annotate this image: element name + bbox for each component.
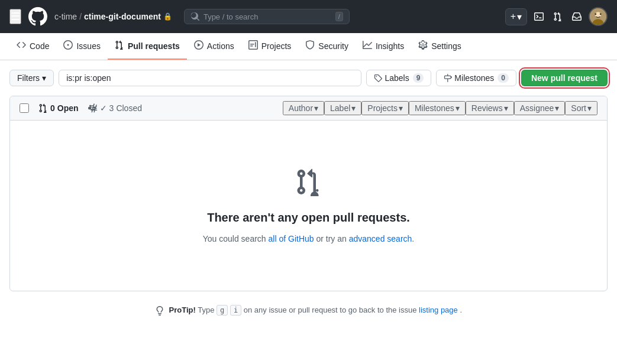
svg-point-4: [600, 13, 602, 15]
filters-button[interactable]: Filters ▾: [9, 70, 54, 86]
bulb-icon: [155, 306, 164, 316]
author-filter[interactable]: Author▾: [283, 101, 324, 115]
open-prs-tab[interactable]: 0 Open: [38, 103, 79, 113]
label-icon: [374, 74, 382, 82]
nav-pull-requests[interactable]: Pull requests: [108, 33, 187, 60]
search-icon: [190, 12, 200, 21]
code-icon: [17, 40, 26, 51]
github-logo: [28, 7, 47, 26]
nav-issues[interactable]: Issues: [56, 33, 107, 60]
advanced-search-link[interactable]: advanced search: [349, 234, 412, 243]
nav-code-label: Code: [30, 41, 49, 51]
empty-state: There aren't any open pull requests. You…: [10, 121, 607, 291]
labels-button[interactable]: Labels 9: [366, 70, 431, 86]
avatar[interactable]: [589, 7, 608, 26]
lock-icon: 🔒: [163, 12, 172, 21]
header-actions: + ▾: [505, 7, 608, 26]
select-all-checkbox[interactable]: [20, 103, 29, 113]
pr-list-header: 0 Open ✓ 3 Closed Author▾ Label▾: [10, 96, 607, 121]
sort-filter[interactable]: Sort▾: [565, 101, 597, 115]
nav-settings[interactable]: Settings: [411, 33, 469, 60]
empty-title: There aren't any open pull requests.: [207, 211, 410, 225]
nav-actions-label: Actions: [207, 41, 234, 51]
open-label: Open: [57, 103, 79, 113]
header: ☰ c-time / ctime-git-document 🔒 / + ▾: [0, 0, 617, 33]
open-count: 0: [50, 103, 55, 113]
pr-filters: Author▾ Label▾ Projects▾ Milestones▾ Rev…: [283, 101, 597, 115]
issues-icon: [63, 40, 73, 51]
footer-tip-desc: Type: [198, 306, 217, 314]
closed-label: Closed: [116, 103, 142, 113]
nav-insights-label: Insights: [376, 41, 404, 51]
projects-icon: [248, 40, 258, 51]
key-g: g: [217, 305, 228, 316]
pull-request-icon: [115, 40, 124, 51]
nav-security[interactable]: Security: [298, 33, 356, 60]
create-button[interactable]: + ▾: [505, 8, 527, 25]
search-all-github-link[interactable]: all of GitHub: [269, 234, 314, 243]
footer-tip: ProTip! Type g i on any issue or pull re…: [9, 291, 608, 330]
milestones-button[interactable]: Milestones 0: [436, 70, 516, 86]
terminal-button[interactable]: [532, 9, 546, 24]
labels-count-badge: 9: [413, 73, 424, 83]
reviews-filter[interactable]: Reviews▾: [466, 101, 514, 115]
milestone-icon: [444, 74, 452, 82]
owner-link[interactable]: c-time: [54, 12, 77, 21]
empty-description: You could search all of GitHub or try an…: [203, 234, 415, 243]
pull-requests-icon-button[interactable]: [551, 9, 565, 24]
closed-pr-icon: [88, 103, 98, 113]
closed-prs-tab[interactable]: ✓ 3 Closed: [88, 103, 142, 113]
nav-issues-label: Issues: [76, 41, 100, 51]
assignee-filter[interactable]: Assignee▾: [514, 101, 566, 115]
actions-icon: [194, 40, 203, 51]
svg-point-3: [595, 13, 596, 15]
search-input[interactable]: [203, 12, 332, 21]
pr-status-tabs: 0 Open ✓ 3 Closed: [38, 103, 273, 113]
nav-code[interactable]: Code: [9, 33, 56, 60]
repo-nav: Code Issues Pull requests Actions: [0, 33, 617, 60]
filter-search-input[interactable]: [59, 70, 361, 86]
slash-badge: /: [335, 12, 343, 21]
milestones-text: Milestones: [454, 73, 494, 83]
footer-tip-desc2: on any issue or pull request to go back …: [244, 306, 419, 314]
listing-page-link[interactable]: listing page: [419, 306, 458, 314]
empty-pr-icon: [295, 168, 323, 202]
global-search[interactable]: /: [184, 9, 350, 24]
milestones-count-badge: 0: [498, 73, 509, 83]
inbox-button[interactable]: [570, 9, 584, 24]
nav-projects[interactable]: Projects: [241, 33, 299, 60]
projects-filter[interactable]: Projects▾: [361, 101, 409, 115]
security-icon: [305, 40, 315, 51]
hamburger-menu[interactable]: ☰: [9, 9, 21, 24]
milestones-filter[interactable]: Milestones▾: [409, 101, 466, 115]
breadcrumb: c-time / ctime-git-document 🔒: [54, 12, 172, 21]
insights-icon: [363, 40, 372, 51]
filters-label: Filters: [17, 73, 40, 83]
nav-security-label: Security: [318, 41, 348, 51]
labels-text: Labels: [385, 73, 409, 83]
nav-projects-label: Projects: [261, 41, 292, 51]
closed-count: 3: [109, 103, 114, 113]
filters-chevron-icon: ▾: [42, 73, 46, 83]
key-i: i: [230, 305, 241, 316]
repo-name: ctime-git-document: [84, 12, 161, 21]
nav-actions[interactable]: Actions: [187, 33, 241, 60]
main-content: Filters ▾ Labels 9 Milestones 0 New pull…: [0, 60, 617, 339]
new-pull-request-button[interactable]: New pull request: [521, 70, 608, 86]
nav-insights[interactable]: Insights: [356, 33, 411, 60]
breadcrumb-separator: /: [79, 12, 82, 21]
protip-label: ProTip!: [169, 306, 196, 314]
pull-request-list: 0 Open ✓ 3 Closed Author▾ Label▾: [9, 96, 608, 291]
label-filter[interactable]: Label▾: [324, 101, 361, 115]
filter-bar: Filters ▾ Labels 9 Milestones 0 New pull…: [9, 70, 608, 86]
checkmark: ✓: [100, 103, 107, 113]
nav-settings-label: Settings: [431, 41, 461, 51]
open-pr-icon: [38, 103, 48, 113]
nav-pull-requests-label: Pull requests: [128, 41, 180, 51]
settings-icon: [418, 40, 428, 51]
